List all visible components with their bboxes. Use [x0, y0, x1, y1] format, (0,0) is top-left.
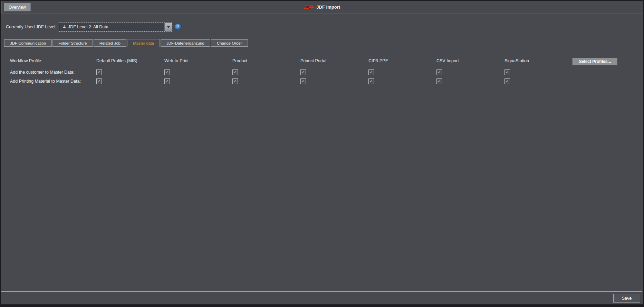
tab-strip: JDF Communication Folder Structure Relat…: [4, 39, 640, 47]
column-header-csv-import: CSV Import: [436, 57, 504, 68]
table-cell: [504, 68, 573, 77]
checkbox-add-material-web-to-print[interactable]: [164, 78, 170, 84]
row-label-add-printing-material: Add Printing Material to Master Data:: [10, 77, 96, 86]
column-header-product: Product: [232, 57, 300, 68]
chevron-down-icon: [167, 26, 170, 28]
workflow-profiles-table: Workflow Profile: Default Profiles (MIS)…: [10, 57, 640, 86]
header-underline: [232, 67, 291, 67]
column-header-prinect-portal: Prinect Portal: [300, 57, 368, 68]
header-underline: [504, 67, 563, 67]
table-cell: [368, 77, 436, 86]
top-bar: Overview JDF JDF import: [1, 1, 642, 13]
header-underline: [436, 67, 495, 67]
checkbox-add-material-product[interactable]: [232, 78, 238, 84]
checkbox-add-customer-csv-import[interactable]: [436, 69, 442, 75]
header-underline: [10, 67, 78, 67]
table-cell: [436, 68, 504, 77]
tab-related-job[interactable]: Related Job: [94, 39, 126, 47]
table-cell: [573, 77, 640, 86]
tab-master-data[interactable]: Master data: [127, 39, 160, 47]
jdf-level-label: Currently Used JDF Level:: [6, 25, 57, 29]
column-header-label: Web-to-Print: [164, 58, 189, 63]
checkbox-add-customer-product[interactable]: [232, 69, 238, 75]
table-cell: [300, 77, 368, 86]
column-header-signastation: SignaStation: [504, 57, 573, 68]
overview-button[interactable]: Overview: [4, 3, 31, 11]
footer-bar: Save: [1, 292, 642, 305]
table-cell: [232, 68, 300, 77]
tab-folder-structure[interactable]: Folder Structure: [52, 39, 93, 47]
checkbox-add-customer-web-to-print[interactable]: [164, 69, 170, 75]
header-underline: [368, 67, 427, 67]
table-cell: [232, 77, 300, 86]
table-cell: [573, 68, 640, 77]
header-underline: [96, 67, 155, 67]
checkbox-add-customer-prinect-portal[interactable]: [300, 69, 306, 75]
jdf-level-selected-value: 4. JDF Level 2: All Data: [60, 25, 164, 29]
checkbox-add-material-cip3-ppf[interactable]: [368, 78, 374, 84]
tab-jdf-communication[interactable]: JDF Communication: [4, 39, 52, 47]
table-cell: [164, 68, 232, 77]
table-cell: [96, 77, 164, 86]
table-cell: [300, 68, 368, 77]
checkbox-add-customer-default-profiles[interactable]: [96, 69, 102, 75]
checkbox-add-material-csv-import[interactable]: [436, 78, 442, 84]
jdf-level-select[interactable]: 4. JDF Level 2: All Data: [59, 23, 172, 31]
jdf-logo-arrow-icon: [311, 6, 314, 9]
info-icon[interactable]: [175, 24, 181, 30]
column-header-label: Product: [232, 58, 247, 63]
jdf-import-window: Overview JDF JDF import Currently Used J…: [1, 1, 643, 305]
header-underline: [164, 67, 223, 67]
jdf-logo-text: JDF: [304, 4, 312, 10]
window-bottom-frame: [1, 304, 643, 305]
row-label-add-customer: Add the customer to Master Data:: [10, 68, 96, 77]
header-underline: [300, 67, 359, 67]
jdf-logo-icon: JDF: [304, 4, 314, 10]
table-cell: [504, 77, 573, 86]
jdf-level-dropdown-button[interactable]: [164, 23, 172, 31]
column-header-default-profiles-mis: Default Profiles (MIS): [96, 57, 164, 68]
window-title-area: JDF JDF import: [304, 1, 340, 13]
page-title: JDF import: [316, 4, 340, 10]
select-profiles-cell: Select Profiles...: [573, 57, 640, 68]
save-button[interactable]: Save: [613, 294, 640, 303]
tab-change-order[interactable]: Change Order: [211, 39, 248, 47]
checkbox-add-material-default-profiles[interactable]: [96, 78, 102, 84]
column-header-label: Default Profiles (MIS): [96, 58, 137, 63]
checkbox-add-customer-cip3-ppf[interactable]: [368, 69, 374, 75]
table-cell: [436, 77, 504, 86]
checkbox-add-material-signastation[interactable]: [504, 78, 510, 84]
column-header-web-to-print: Web-to-Print: [164, 57, 232, 68]
column-header-label: CSV Import: [436, 58, 459, 63]
column-header-workflow-profile: Workflow Profile:: [10, 57, 96, 68]
table-cell: [368, 68, 436, 77]
checkbox-add-customer-signastation[interactable]: [504, 69, 510, 75]
column-header-label: Workflow Profile:: [10, 58, 42, 63]
table-cell: [164, 77, 232, 86]
column-header-label: Prinect Portal: [300, 58, 326, 63]
checkbox-add-material-prinect-portal[interactable]: [300, 78, 306, 84]
select-profiles-button[interactable]: Select Profiles...: [573, 58, 617, 65]
tab-jdf-datenergaenzung[interactable]: JDF-Datenergänzung: [161, 39, 210, 47]
column-header-label: SignaStation: [504, 58, 529, 63]
column-header-cip3-ppf: CIP3-PPF: [368, 57, 436, 68]
table-cell: [96, 68, 164, 77]
column-header-label: CIP3-PPF: [368, 58, 388, 63]
